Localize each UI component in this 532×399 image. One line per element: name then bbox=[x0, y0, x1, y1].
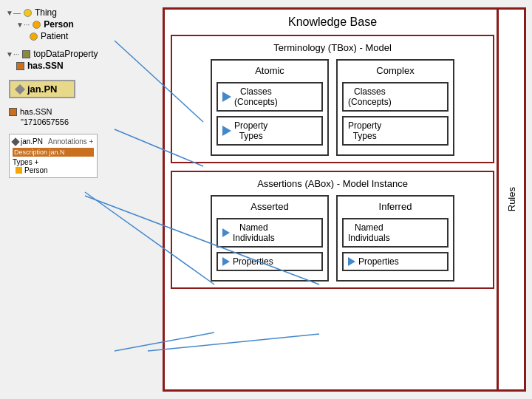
abox-section: Assertions (ABox) - Model Instance Asser… bbox=[171, 171, 494, 289]
has-ssn-label: has.SSN bbox=[27, 61, 64, 71]
inferred-named-individuals-label: NamedIndividuals bbox=[348, 222, 390, 243]
top-data-property-label: topDataProperty bbox=[33, 49, 98, 59]
atomic-property-label: PropertyTypes bbox=[234, 120, 267, 141]
atomic-property-arrow-icon bbox=[222, 126, 231, 136]
rules-label: Rules bbox=[506, 187, 517, 211]
abox-title: Assertions (ABox) - Model Instance bbox=[178, 178, 487, 189]
person-label: Person bbox=[44, 19, 74, 30]
tree-item-top-data-property[interactable]: ▼··· topDataProperty bbox=[6, 49, 164, 59]
atomic-classes-arrow-icon bbox=[222, 92, 231, 102]
asserted-named-individuals-label: NamedIndividuals bbox=[233, 222, 275, 243]
inferred-title: Inferred bbox=[342, 201, 449, 212]
arrow-top-data: ▼··· bbox=[6, 50, 19, 58]
asserted-properties-box: Properties bbox=[216, 252, 323, 271]
tbox-columns: Atomic Classes(Concepts) PropertyTypes C… bbox=[178, 59, 487, 156]
mini-panel-diamond-icon bbox=[11, 137, 19, 146]
complex-classes-box: Classes(Concepts) bbox=[342, 82, 449, 112]
types-row: Types + bbox=[13, 158, 94, 166]
jan-pn-diamond-icon bbox=[15, 83, 25, 94]
jan-pn-box[interactable]: jan.PN bbox=[9, 80, 75, 98]
kb-panel: Knowledge Base Terminology (TBox) - Mode… bbox=[163, 7, 502, 392]
atomic-box: Atomic Classes(Concepts) PropertyTypes bbox=[211, 59, 329, 156]
description-bar: Description jan.N bbox=[13, 148, 94, 157]
abox-columns: Asserted NamedIndividuals Properties Inf… bbox=[178, 195, 487, 282]
tree-item-patient[interactable]: Patient bbox=[27, 31, 164, 41]
mini-panel[interactable]: jan.PN Annotations + Description jan.N T… bbox=[9, 134, 98, 178]
person-row: Person bbox=[16, 166, 94, 174]
ssn-value: "1710657556 bbox=[21, 117, 164, 126]
asserted-properties-arrow-icon bbox=[222, 257, 230, 266]
complex-box: Complex Classes(Concepts) PropertyTypes bbox=[336, 59, 454, 156]
inferred-properties-arrow-icon bbox=[348, 257, 355, 266]
tree-item-has-ssn[interactable]: has.SSN bbox=[16, 61, 164, 71]
complex-property-box: PropertyTypes bbox=[342, 116, 449, 146]
complex-classes-label: Classes(Concepts) bbox=[348, 86, 392, 107]
annotations-label: Annotations + bbox=[48, 137, 93, 146]
kb-title: Knowledge Base bbox=[171, 16, 494, 29]
types-label: Types + bbox=[13, 158, 38, 166]
patient-icon bbox=[30, 33, 38, 41]
inferred-properties-box: Properties bbox=[342, 252, 449, 271]
inferred-properties-label: Properties bbox=[358, 256, 399, 267]
has-ssn2-icon bbox=[9, 108, 17, 116]
asserted-named-arrow-icon bbox=[222, 228, 230, 237]
tbox-title: Terminology (TBox) - Model bbox=[178, 42, 487, 53]
inferred-named-individuals-box: NamedIndividuals bbox=[342, 218, 449, 248]
thing-icon bbox=[24, 9, 32, 17]
tree-item-thing[interactable]: ▼— Thing bbox=[6, 7, 164, 18]
atomic-property-box: PropertyTypes bbox=[216, 116, 323, 146]
left-panel: ▼— Thing ▼··· Person Patient ▼··· topDat… bbox=[0, 0, 170, 399]
has-ssn2-label: has.SSN bbox=[20, 107, 52, 116]
patient-label: Patient bbox=[41, 31, 68, 41]
has-ssn-area: has.SSN "1710657556 bbox=[9, 107, 164, 126]
asserted-box: Asserted NamedIndividuals Properties bbox=[211, 195, 329, 282]
data-property-section: ▼··· topDataProperty has.SSN bbox=[6, 49, 164, 71]
atomic-classes-label: Classes(Concepts) bbox=[234, 86, 278, 107]
mini-jan-pn-label: jan.PN bbox=[21, 137, 43, 146]
inferred-box: Inferred NamedIndividuals Properties bbox=[336, 195, 454, 282]
rules-panel: Rules bbox=[497, 7, 526, 392]
atomic-classes-box: Classes(Concepts) bbox=[216, 82, 323, 112]
tree-item-person[interactable]: ▼··· Person bbox=[16, 19, 164, 30]
person-dot-icon bbox=[16, 167, 22, 174]
complex-property-label: PropertyTypes bbox=[348, 120, 381, 141]
complex-title: Complex bbox=[342, 65, 449, 76]
asserted-named-individuals-box: NamedIndividuals bbox=[216, 218, 323, 248]
atomic-title: Atomic bbox=[216, 65, 323, 76]
thing-label: Thing bbox=[35, 7, 57, 18]
jan-pn-label: jan.PN bbox=[27, 83, 57, 95]
asserted-title: Asserted bbox=[216, 201, 323, 212]
has-ssn-icon bbox=[16, 62, 24, 70]
person-icon bbox=[33, 21, 41, 29]
mini-panel-header: jan.PN Annotations + bbox=[13, 137, 94, 146]
expand-arrow: ▼— bbox=[6, 9, 21, 17]
description-label: Description jan.N bbox=[14, 149, 65, 156]
asserted-properties-label: Properties bbox=[233, 256, 273, 267]
top-data-property-icon bbox=[22, 50, 30, 58]
expand-arrow-person: ▼··· bbox=[16, 21, 30, 29]
tbox-section: Terminology (TBox) - Model Atomic Classe… bbox=[171, 35, 494, 163]
person-mini-label: Person bbox=[24, 166, 48, 174]
tree-item-has-ssn2: has.SSN bbox=[9, 107, 164, 116]
